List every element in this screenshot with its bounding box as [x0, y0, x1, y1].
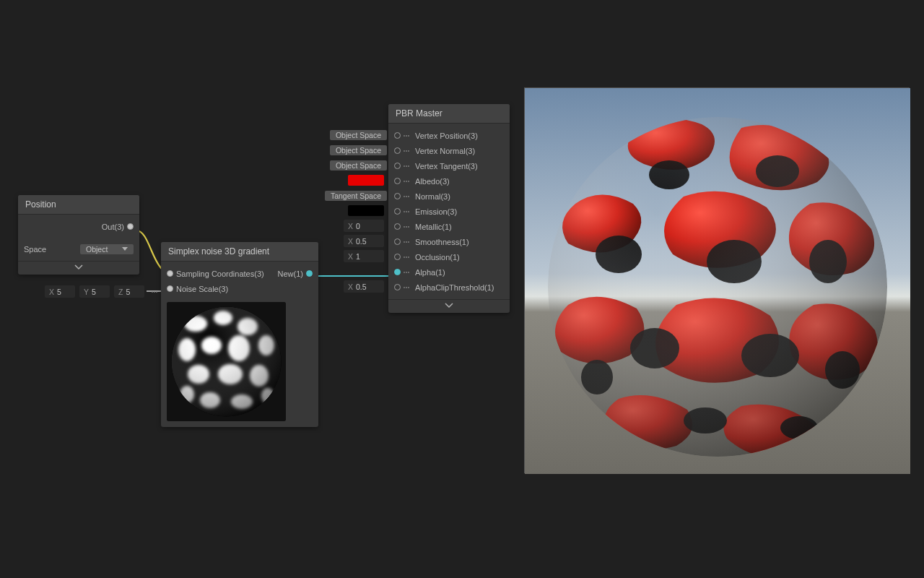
- pbr-input-row[interactable]: Vertex Normal(3): [388, 143, 510, 158]
- node-simplex-noise[interactable]: Simplex noise 3D gradient Sampling Coord…: [161, 242, 318, 427]
- port-out-new[interactable]: New(1): [275, 269, 313, 278]
- port-icon[interactable]: [394, 163, 401, 169]
- svg-point-31: [548, 117, 887, 457]
- float-input[interactable]: X0: [344, 220, 384, 232]
- input-label: Vertex Tangent(3): [412, 162, 481, 171]
- port-icon[interactable]: [394, 269, 401, 275]
- chevron-down-icon: [444, 302, 454, 309]
- float-input[interactable]: X1: [344, 250, 384, 262]
- pbr-input-row[interactable]: Normal(3): [388, 189, 510, 204]
- port-dots: [404, 226, 409, 228]
- material-preview[interactable]: [524, 87, 910, 473]
- chevron-down-icon: [74, 264, 84, 271]
- float-input[interactable]: X0.5: [344, 280, 384, 293]
- port-dots: [404, 196, 409, 197]
- port-icon[interactable]: [306, 270, 313, 277]
- port-dots: [404, 272, 409, 273]
- node-title: PBR Master: [388, 104, 510, 124]
- port-icon[interactable]: [394, 132, 401, 139]
- input-label: Alpha(1): [412, 268, 448, 277]
- port-icon[interactable]: [394, 193, 401, 199]
- noise-preview: [167, 302, 286, 421]
- port-icon[interactable]: [127, 223, 134, 230]
- port-out[interactable]: Out(3): [18, 219, 139, 234]
- pbr-input-row[interactable]: Smoothness(1): [388, 234, 510, 249]
- pbr-input-row[interactable]: Metallic(1): [388, 219, 510, 234]
- port-icon[interactable]: [167, 285, 173, 292]
- input-label: Smoothness(1): [412, 238, 472, 246]
- port-icon[interactable]: [394, 238, 401, 245]
- space-pill[interactable]: Tangent Space: [325, 191, 387, 201]
- port-dots: [404, 165, 409, 167]
- pbr-input-row[interactable]: Albedo(3): [388, 173, 510, 189]
- param-label: Space: [24, 245, 52, 254]
- port-icon[interactable]: [394, 178, 401, 184]
- port-icon[interactable]: [394, 208, 401, 215]
- pbr-input-row[interactable]: Alpha(1): [388, 264, 510, 280]
- space-pill[interactable]: Object Space: [330, 145, 387, 155]
- port-dots: [404, 287, 409, 288]
- input-label: Occlusion(1): [412, 253, 463, 262]
- port-dots: [404, 256, 409, 258]
- color-swatch[interactable]: [348, 205, 384, 216]
- color-swatch[interactable]: [348, 175, 384, 186]
- port-dots: [404, 181, 409, 182]
- port-sampling-coords[interactable]: Sampling Coordinates(3) New(1): [161, 266, 318, 281]
- input-label: Emission(3): [412, 207, 460, 216]
- x-input[interactable]: X5: [45, 285, 75, 298]
- space-pill[interactable]: Object Space: [330, 160, 387, 171]
- port-icon[interactable]: [394, 284, 401, 290]
- pbr-input-row[interactable]: Vertex Tangent(3): [388, 158, 510, 173]
- node-title: Position: [18, 195, 139, 215]
- float-input[interactable]: X0.5: [344, 235, 384, 247]
- svg-point-17: [172, 307, 282, 417]
- port-noise-scale[interactable]: Noise Scale(3): [161, 281, 318, 296]
- port-icon[interactable]: [394, 223, 401, 230]
- expand-chevron[interactable]: [18, 261, 139, 275]
- input-label: Normal(3): [412, 192, 453, 201]
- input-label: AlphaClipThreshold(1): [412, 283, 497, 292]
- expand-chevron[interactable]: [388, 299, 510, 313]
- port-dots: [152, 291, 157, 293]
- port-icon[interactable]: [167, 270, 173, 277]
- noise-scale-vector-field[interactable]: X5 Y5 Z5: [45, 285, 168, 298]
- port-dots: [404, 135, 409, 137]
- port-dots: [404, 211, 409, 212]
- input-label: Vertex Normal(3): [412, 147, 478, 155]
- input-label: Metallic(1): [412, 223, 455, 231]
- node-title: Simplex noise 3D gradient: [161, 242, 318, 262]
- space-pill[interactable]: Object Space: [330, 130, 387, 140]
- node-pbr-master[interactable]: PBR Master Vertex Position(3)Vertex Norm…: [388, 104, 510, 313]
- pbr-input-row[interactable]: Emission(3): [388, 204, 510, 219]
- node-position[interactable]: Position Out(3) Space Object: [18, 195, 139, 275]
- input-label: Albedo(3): [412, 177, 453, 186]
- pbr-input-row[interactable]: Occlusion(1): [388, 249, 510, 264]
- port-icon[interactable]: [394, 147, 401, 154]
- chevron-down-icon: [122, 247, 128, 251]
- pbr-input-row[interactable]: Vertex Position(3): [388, 128, 510, 143]
- pbr-input-row[interactable]: AlphaClipThreshold(1): [388, 280, 510, 295]
- input-label: Vertex Position(3): [412, 131, 481, 140]
- port-icon[interactable]: [394, 254, 401, 260]
- port-dots: [404, 150, 409, 152]
- port-dots: [404, 241, 409, 243]
- space-dropdown[interactable]: Object: [80, 244, 134, 254]
- z-input[interactable]: Z5: [114, 285, 144, 298]
- y-input[interactable]: Y5: [79, 285, 110, 298]
